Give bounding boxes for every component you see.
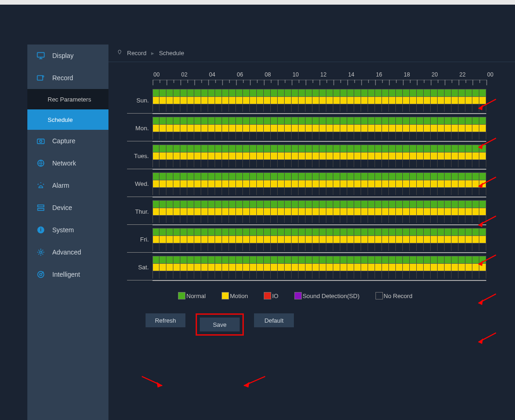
schedule-cell[interactable]: [194, 229, 201, 236]
schedule-cell[interactable]: [194, 173, 201, 180]
schedule-cell[interactable]: [180, 97, 187, 104]
schedule-cell[interactable]: [285, 153, 292, 160]
schedule-cell[interactable]: [340, 125, 347, 132]
schedule-cell[interactable]: [208, 216, 215, 223]
schedule-cell[interactable]: [340, 145, 347, 153]
schedule-cell[interactable]: [222, 216, 229, 223]
schedule-cell[interactable]: [222, 229, 229, 236]
schedule-cell[interactable]: [472, 125, 479, 132]
schedule-cell[interactable]: [354, 271, 361, 279]
schedule-cell[interactable]: [354, 180, 361, 188]
schedule-cell[interactable]: [278, 89, 285, 97]
sidebar-sub-schedule[interactable]: Schedule: [27, 109, 108, 130]
schedule-cell[interactable]: [243, 229, 250, 236]
schedule-cell[interactable]: [319, 145, 326, 153]
schedule-cell[interactable]: [361, 160, 368, 167]
schedule-cell[interactable]: [194, 188, 201, 195]
schedule-cell[interactable]: [472, 180, 479, 188]
schedule-cell[interactable]: [333, 89, 340, 97]
schedule-cell[interactable]: [243, 125, 250, 132]
breadcrumb-b[interactable]: Schedule: [159, 50, 184, 57]
schedule-cell[interactable]: [458, 180, 465, 188]
schedule-cell[interactable]: [445, 264, 451, 271]
schedule-cell[interactable]: [285, 180, 292, 188]
schedule-cell[interactable]: [250, 243, 257, 251]
schedule-cell[interactable]: [299, 201, 305, 208]
schedule-cell[interactable]: [396, 243, 403, 251]
schedule-cell[interactable]: [173, 229, 180, 236]
schedule-cell[interactable]: [340, 236, 347, 243]
schedule-cell[interactable]: [403, 271, 410, 279]
schedule-cell[interactable]: [347, 104, 354, 112]
schedule-cell[interactable]: [285, 229, 292, 236]
schedule-cell[interactable]: [417, 264, 424, 271]
schedule-cell[interactable]: [396, 236, 403, 243]
schedule-cell[interactable]: [208, 208, 215, 216]
schedule-cell[interactable]: [194, 256, 201, 264]
schedule-row[interactable]: [153, 263, 486, 271]
schedule-cell[interactable]: [479, 145, 486, 153]
schedule-cell[interactable]: [347, 145, 354, 153]
schedule-cell[interactable]: [431, 201, 438, 208]
schedule-cell[interactable]: [180, 208, 187, 216]
schedule-cell[interactable]: [305, 216, 312, 223]
schedule-cell[interactable]: [159, 125, 166, 132]
schedule-cell[interactable]: [326, 173, 333, 180]
schedule-cell[interactable]: [201, 236, 208, 243]
schedule-cell[interactable]: [229, 160, 236, 167]
schedule-cell[interactable]: [264, 208, 271, 216]
schedule-cell[interactable]: [194, 243, 201, 251]
schedule-cell[interactable]: [264, 188, 271, 195]
schedule-cell[interactable]: [465, 201, 472, 208]
schedule-cell[interactable]: [319, 160, 326, 167]
schedule-cell[interactable]: [382, 243, 389, 251]
schedule-cell[interactable]: [375, 125, 382, 132]
schedule-cell[interactable]: [340, 153, 347, 160]
schedule-cell[interactable]: [236, 208, 243, 216]
schedule-cell[interactable]: [465, 132, 472, 140]
schedule-cell[interactable]: [347, 125, 354, 132]
schedule-cell[interactable]: [292, 229, 299, 236]
schedule-cell[interactable]: [153, 89, 159, 97]
schedule-cell[interactable]: [438, 243, 445, 251]
schedule-cell[interactable]: [250, 264, 257, 271]
schedule-cell[interactable]: [229, 271, 236, 279]
schedule-cell[interactable]: [299, 145, 305, 153]
schedule-cell[interactable]: [159, 180, 166, 188]
schedule-row[interactable]: [153, 132, 486, 139]
schedule-cell[interactable]: [292, 256, 299, 264]
schedule-cell[interactable]: [319, 125, 326, 132]
schedule-cell[interactable]: [243, 97, 250, 104]
schedule-cell[interactable]: [451, 180, 458, 188]
schedule-cell[interactable]: [222, 236, 229, 243]
schedule-cell[interactable]: [257, 145, 264, 153]
schedule-cell[interactable]: [403, 173, 410, 180]
schedule-cell[interactable]: [382, 97, 389, 104]
schedule-cell[interactable]: [382, 180, 389, 188]
schedule-cell[interactable]: [451, 125, 458, 132]
schedule-cell[interactable]: [326, 97, 333, 104]
schedule-cell[interactable]: [375, 201, 382, 208]
schedule-cell[interactable]: [347, 89, 354, 97]
schedule-cell[interactable]: [368, 236, 375, 243]
schedule-cell[interactable]: [375, 216, 382, 223]
schedule-cell[interactable]: [368, 216, 375, 223]
schedule-cell[interactable]: [201, 229, 208, 236]
schedule-cell[interactable]: [215, 97, 222, 104]
schedule-cell[interactable]: [326, 160, 333, 167]
schedule-cell[interactable]: [271, 153, 278, 160]
schedule-cell[interactable]: [417, 132, 424, 140]
schedule-cell[interactable]: [257, 271, 264, 279]
schedule-cell[interactable]: [264, 125, 271, 132]
schedule-cell[interactable]: [222, 243, 229, 251]
schedule-cell[interactable]: [180, 201, 187, 208]
schedule-cell[interactable]: [153, 216, 159, 223]
schedule-cell[interactable]: [173, 201, 180, 208]
schedule-cell[interactable]: [229, 97, 236, 104]
schedule-cell[interactable]: [354, 173, 361, 180]
schedule-cell[interactable]: [180, 229, 187, 236]
schedule-cell[interactable]: [417, 89, 424, 97]
schedule-cell[interactable]: [424, 208, 431, 216]
schedule-cell[interactable]: [396, 145, 403, 153]
schedule-cell[interactable]: [382, 173, 389, 180]
